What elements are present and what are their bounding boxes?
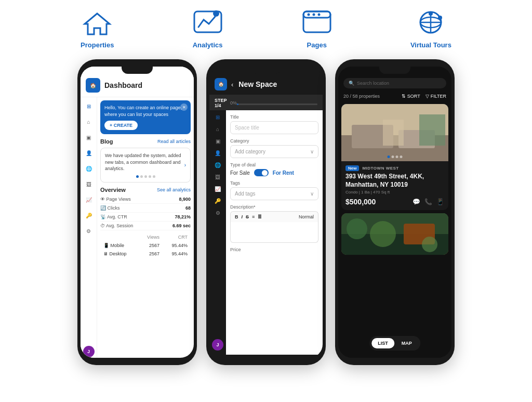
- strikethrough-button[interactable]: S: [246, 214, 249, 219]
- desktop-row: 🖥 Desktop 2567 95.44%: [101, 250, 190, 257]
- blog-arrow-icon[interactable]: ›: [184, 162, 186, 169]
- back-icon[interactable]: ‹: [231, 81, 233, 88]
- ns-grid-icon[interactable]: ⊞: [216, 114, 220, 120]
- carousel-dots: [388, 155, 403, 158]
- property-image-1: [341, 104, 448, 161]
- properties-nav[interactable]: Properties: [81, 9, 114, 49]
- property-location: MIDTOWN WEST: [362, 166, 398, 171]
- desktop-views: 2567: [139, 250, 162, 257]
- mobile-device: 📱 Mobile: [101, 242, 138, 249]
- tags-chevron: ∨: [310, 191, 314, 197]
- phone1-screen: 🏠 Dashboard ⊞ ⌂ ▣ 👤 🌐 🖼 📈 🔑 ⚙ J: [81, 67, 194, 358]
- sort-label: SORT: [407, 94, 420, 99]
- views-col-header: Views: [139, 234, 162, 241]
- dashboard-banner: Hello, You can create an online page, wh…: [100, 100, 191, 134]
- bold-button[interactable]: B: [235, 214, 238, 219]
- property-card-2[interactable]: [341, 213, 448, 255]
- sidebar-person-icon[interactable]: 👤: [84, 148, 94, 158]
- ns-avatar[interactable]: J: [212, 339, 223, 351]
- ns-image-icon[interactable]: 🖼: [215, 174, 220, 180]
- ns-key-icon[interactable]: 🔑: [215, 198, 221, 204]
- search-bar[interactable]: 🔍 Search location: [343, 78, 446, 88]
- ns-gear-icon[interactable]: ⚙: [216, 210, 220, 216]
- device-col-header: [101, 234, 138, 241]
- read-all-link[interactable]: Read all articles: [157, 139, 191, 144]
- see-all-analytics-link[interactable]: See all analytics: [157, 187, 191, 192]
- sort-button[interactable]: ⇅ SORT: [402, 94, 420, 99]
- phone-dashboard: 🏠 Dashboard ⊞ ⌂ ▣ 👤 🌐 🖼 📈 🔑 ⚙ J: [77, 59, 197, 365]
- normal-style-select[interactable]: Normal: [299, 214, 314, 219]
- whatsapp-icon[interactable]: 💬: [413, 198, 420, 205]
- tags-placeholder: Add tags: [235, 191, 255, 197]
- sidebar-chart-icon[interactable]: 📈: [84, 195, 94, 204]
- phone-icon[interactable]: 📱: [436, 198, 444, 205]
- step-pct: 0%: [230, 100, 237, 106]
- title-placeholder: Space title: [235, 125, 259, 131]
- list-ordered-button[interactable]: ≡: [252, 214, 255, 219]
- category-select[interactable]: Add category ∨: [230, 145, 318, 158]
- crt-col-header: CRT: [163, 234, 190, 241]
- deal-type-label: Type of deal: [230, 162, 318, 167]
- properties-label: Properties: [81, 41, 114, 49]
- filter-button[interactable]: ▽ FILTER: [425, 94, 446, 99]
- tags-select[interactable]: Add tags ∨: [230, 187, 318, 200]
- category-chevron: ∨: [310, 149, 314, 154]
- desktop-device: 🖥 Desktop: [101, 250, 138, 257]
- svg-point-24: [422, 237, 437, 252]
- create-button[interactable]: + CREATE: [104, 121, 138, 130]
- virtual-tours-nav[interactable]: Virtual Tours: [410, 9, 451, 49]
- svg-rect-18: [383, 120, 404, 146]
- property-card-1[interactable]: New MIDTOWN WEST 393 West 49th Street, 4…: [341, 104, 448, 210]
- ns-chart-icon[interactable]: 📈: [215, 186, 221, 192]
- phones-container: 🏠 Dashboard ⊞ ⌂ ▣ 👤 🌐 🖼 📈 🔑 ⚙ J: [0, 54, 532, 402]
- virtual-tours-label: Virtual Tours: [410, 41, 451, 49]
- phone-new-space: 🏠 ‹ New Space STEP 1/4 0% ⊞ ⌂ ▣ 👤: [206, 59, 326, 365]
- svg-point-12: [438, 16, 442, 20]
- sort-filter-row: ⇅ SORT ▽ FILTER: [402, 94, 446, 99]
- sidebar-key-icon[interactable]: 🔑: [84, 211, 94, 220]
- svg-rect-17: [419, 114, 445, 146]
- sort-icon: ⇅: [402, 94, 406, 99]
- sidebar-home-icon[interactable]: ⌂: [84, 117, 94, 126]
- for-sale-label: For Sale: [230, 170, 250, 176]
- stat-pageviews: 👁 Page Views 8,900: [100, 195, 191, 204]
- sidebar-card-icon[interactable]: ▣: [84, 133, 94, 142]
- ns-card-icon[interactable]: ▣: [216, 138, 220, 144]
- pages-nav[interactable]: Pages: [301, 9, 332, 49]
- desc-label: Description*: [230, 204, 318, 210]
- property-tag-row: New MIDTOWN WEST: [345, 165, 444, 171]
- sidebar-grid-icon[interactable]: ⊞: [84, 101, 94, 111]
- analytics-nav[interactable]: Analytics: [192, 9, 223, 49]
- title-input[interactable]: Space title: [230, 121, 318, 134]
- mobile-views: 2567: [139, 242, 162, 249]
- viber-icon[interactable]: 📞: [424, 198, 432, 205]
- list-unordered-button[interactable]: ≣: [258, 214, 262, 219]
- filter-icon: ▽: [425, 94, 429, 99]
- deal-type-row: For Sale For Rent: [230, 169, 318, 176]
- price-label: Price: [230, 247, 318, 252]
- toggle-knob: [262, 170, 268, 176]
- phone2-notch: [250, 67, 282, 74]
- map-tab[interactable]: MAP: [395, 338, 418, 348]
- sidebar-globe-icon[interactable]: 🌐: [84, 164, 94, 173]
- desktop-crt: 95.44%: [163, 250, 190, 257]
- sidebar-gear-icon[interactable]: ⚙: [84, 226, 94, 236]
- sidebar-image-icon[interactable]: 🖼: [84, 179, 94, 189]
- list-tab[interactable]: LIST: [371, 338, 394, 348]
- ns-person-icon[interactable]: 👤: [215, 150, 221, 156]
- ns-home-icon[interactable]: ⌂: [216, 126, 219, 132]
- bottom-tabs: LIST MAP: [369, 336, 420, 351]
- overview-title: Overview: [100, 187, 126, 193]
- svg-point-11: [429, 11, 433, 16]
- banner-close-button[interactable]: ✕: [180, 103, 188, 111]
- phone3-notch: [379, 67, 410, 74]
- dot-5: [153, 175, 155, 178]
- search-icon: 🔍: [349, 81, 354, 86]
- ns-globe-icon[interactable]: 🌐: [215, 162, 221, 168]
- sidebar-avatar[interactable]: J: [83, 346, 95, 357]
- deal-toggle[interactable]: [254, 169, 269, 176]
- description-editor[interactable]: [230, 222, 318, 243]
- italic-button[interactable]: I: [242, 214, 243, 219]
- stat-ctr: 📡 Avg. CTR 78,21%: [100, 213, 191, 222]
- device-table: Views CRT 📱 Mobile 2567 95.44% 🖥: [100, 232, 191, 258]
